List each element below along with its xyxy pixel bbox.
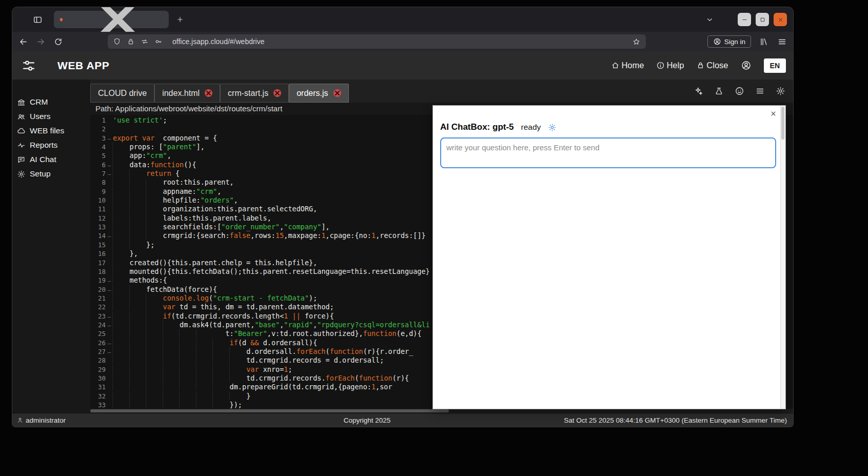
window-close-button[interactable] xyxy=(774,13,787,26)
sidebar-item-web-files[interactable]: WEB files xyxy=(12,124,90,138)
sidebar: CRMUsersWEB filesReportsAI ChatSetup xyxy=(12,80,90,413)
gear-icon[interactable] xyxy=(776,86,785,96)
url-text: office.jsapp.cloud/#/webdrive xyxy=(172,37,632,46)
browser-tab[interactable]: jsapp.cloud xyxy=(54,11,169,28)
app-menu-sliders-icon[interactable] xyxy=(21,58,37,73)
minimize-button[interactable] xyxy=(738,13,751,26)
key-icon[interactable] xyxy=(154,37,163,46)
chat-settings-icon[interactable] xyxy=(548,123,557,132)
person-icon xyxy=(16,417,24,424)
file-tab-cloud-drive[interactable]: CLOUD drive xyxy=(90,84,154,103)
home-button[interactable]: Home xyxy=(611,61,644,70)
close-session-button[interactable]: Close xyxy=(696,61,728,70)
chat-scrollbar-thumb[interactable] xyxy=(781,107,784,140)
file-tab-strip: CLOUD driveindex.htmlcrm-start.jsorders.… xyxy=(90,80,793,103)
activity-icon xyxy=(17,141,26,150)
line-number: 23 xyxy=(90,312,106,321)
home-label: Home xyxy=(621,61,644,70)
horizontal-scrollbar[interactable] xyxy=(90,409,793,413)
forward-icon[interactable] xyxy=(36,37,46,47)
emoji-icon[interactable] xyxy=(735,86,744,96)
tab-list-chevron-icon[interactable] xyxy=(705,15,714,24)
sign-in-button[interactable]: Sign in xyxy=(707,35,751,48)
help-button[interactable]: Help xyxy=(656,61,684,70)
chat-scrollbar[interactable] xyxy=(780,106,785,409)
address-bar[interactable]: office.jsapp.cloud/#/webdrive xyxy=(108,34,646,49)
line-number: 3 xyxy=(90,134,106,143)
maximize-button[interactable] xyxy=(756,13,769,26)
chat-close-icon[interactable] xyxy=(770,110,777,117)
fold-marker[interactable]: – xyxy=(106,312,113,321)
lock-icon[interactable] xyxy=(127,37,135,46)
chat-input[interactable] xyxy=(440,137,776,168)
browser-toolbar: office.jsapp.cloud/#/webdrive Sign in xyxy=(12,32,793,51)
fold-marker[interactable]: – xyxy=(106,339,113,348)
file-tab-orders-js[interactable]: orders.js xyxy=(289,84,348,103)
file-tab-index-html[interactable]: index.html xyxy=(154,84,220,103)
info-icon xyxy=(656,61,665,70)
account-icon xyxy=(713,37,721,46)
fold-marker[interactable]: – xyxy=(106,276,113,285)
line-number: 21 xyxy=(90,294,106,303)
fold-marker[interactable]: – xyxy=(106,286,113,294)
reload-icon[interactable] xyxy=(53,37,63,47)
line-number: 5 xyxy=(90,151,106,160)
window-controls xyxy=(738,13,787,26)
back-icon[interactable] xyxy=(18,37,28,47)
library-icon[interactable] xyxy=(759,37,769,47)
cloud-icon xyxy=(17,127,26,135)
line-number: 27 xyxy=(90,347,106,356)
line-number: 10 xyxy=(90,196,106,205)
status-bar: administrator Copyright 2025 Sat Oct 25 … xyxy=(12,413,793,427)
line-number: 20 xyxy=(90,285,106,294)
help-label: Help xyxy=(666,61,684,70)
line-number: 19 xyxy=(90,276,106,285)
new-tab-button[interactable] xyxy=(176,15,184,24)
fold-marker[interactable]: – xyxy=(106,348,113,356)
sidebar-item-setup[interactable]: Setup xyxy=(12,167,90,181)
sparkle-icon[interactable] xyxy=(694,86,703,96)
tab-close-icon[interactable] xyxy=(333,89,341,97)
line-number: 26 xyxy=(90,339,106,347)
app-header-nav: Home Help Close EN xyxy=(611,58,786,73)
file-tab-crm-start-js[interactable]: crm-start.js xyxy=(220,84,289,103)
tab-close-icon[interactable] xyxy=(273,89,281,97)
firefox-view-icon[interactable] xyxy=(33,15,43,25)
sidebar-item-users[interactable]: Users xyxy=(12,109,90,124)
flask-icon[interactable] xyxy=(714,86,724,96)
line-number: 6 xyxy=(90,161,106,169)
status-user-label: administrator xyxy=(26,417,66,424)
chat-header: AI ChatBox: gpt-5 ready xyxy=(440,122,778,132)
fold-marker[interactable]: – xyxy=(106,321,113,330)
fold-marker[interactable]: – xyxy=(106,161,113,170)
app-title: WEB APP xyxy=(57,60,109,72)
gear-icon xyxy=(17,170,26,179)
tab-close-icon[interactable] xyxy=(205,89,212,97)
permissions-icon[interactable] xyxy=(141,37,149,46)
file-tab-label: CLOUD drive xyxy=(98,89,147,98)
browser-menu-icon[interactable] xyxy=(777,37,787,47)
editor-toolbar xyxy=(694,80,793,103)
line-number: 8 xyxy=(90,178,106,187)
sidebar-item-crm[interactable]: CRM xyxy=(12,95,90,109)
hamburger-icon[interactable] xyxy=(755,86,765,96)
bookmark-star-icon[interactable] xyxy=(632,37,641,46)
user-avatar-icon[interactable] xyxy=(741,60,752,71)
tracking-shield-icon[interactable] xyxy=(113,37,121,46)
line-number: 7 xyxy=(90,169,106,178)
sidebar-item-ai-chat[interactable]: AI Chat xyxy=(12,152,90,167)
fold-marker[interactable]: – xyxy=(106,232,113,241)
chat-icon xyxy=(17,155,26,164)
language-button[interactable]: EN xyxy=(764,58,786,73)
line-number: 2 xyxy=(90,125,106,133)
line-number: 14 xyxy=(90,231,106,240)
fold-marker[interactable]: – xyxy=(106,134,113,143)
site-favicon xyxy=(59,16,64,24)
home-icon xyxy=(611,61,620,70)
bank-icon xyxy=(17,98,26,107)
scrollbar-thumb[interactable] xyxy=(90,409,449,412)
line-number: 9 xyxy=(90,187,106,196)
fold-marker[interactable]: – xyxy=(106,170,113,179)
sidebar-item-reports[interactable]: Reports xyxy=(12,138,90,152)
browser-window: jsapp.cloud office.jsapp.cloud/#/w xyxy=(12,7,793,427)
